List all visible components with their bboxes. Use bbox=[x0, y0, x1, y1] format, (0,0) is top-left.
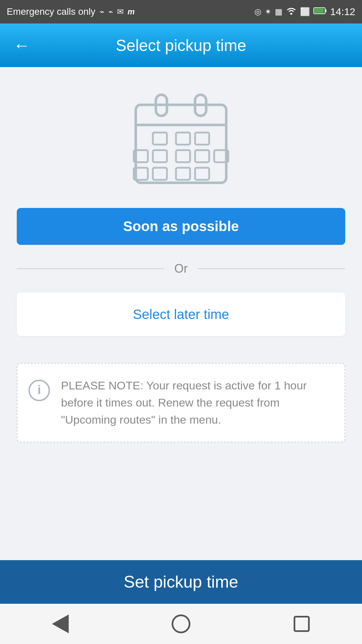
divider: Or bbox=[17, 262, 345, 276]
note-card: i PLEASE NOTE: Your request is active fo… bbox=[17, 363, 345, 442]
location-icon: ◎ bbox=[254, 7, 261, 16]
svg-rect-3 bbox=[314, 8, 324, 13]
nav-back-icon bbox=[52, 614, 69, 633]
battery-icon bbox=[313, 7, 327, 17]
note-text: PLEASE NOTE: Your request is active for … bbox=[61, 377, 331, 428]
usb-icon-1: ⌁ bbox=[100, 7, 104, 16]
app-bar: ← Select pickup time bbox=[0, 23, 362, 67]
status-bar: Emergency calls only ⌁ ⌁ ✉ m ◎ ✴ ▦ ⬜ 14:… bbox=[0, 0, 362, 23]
svg-rect-2 bbox=[325, 9, 326, 12]
svg-rect-12 bbox=[176, 150, 190, 162]
divider-line-left bbox=[17, 268, 164, 269]
status-bar-left: Emergency calls only ⌁ ⌁ ✉ m bbox=[7, 6, 135, 17]
vibrate-icon: ▦ bbox=[275, 7, 283, 16]
svg-rect-13 bbox=[195, 150, 209, 162]
svg-point-0 bbox=[290, 13, 292, 15]
svg-rect-16 bbox=[153, 168, 167, 180]
bluetooth-icon: ✴ bbox=[265, 7, 272, 16]
set-pickup-time-button[interactable]: Set pickup time bbox=[0, 560, 362, 604]
info-icon: i bbox=[27, 379, 51, 402]
status-time: 14:12 bbox=[330, 6, 355, 17]
wifi-icon bbox=[286, 6, 297, 17]
nav-recent-button[interactable] bbox=[285, 610, 318, 637]
set-pickup-time-label: Set pickup time bbox=[124, 572, 238, 592]
battery-saver-icon: ⬜ bbox=[300, 7, 310, 16]
soon-as-possible-button[interactable]: Soon as possible bbox=[17, 208, 345, 245]
nav-home-button[interactable] bbox=[164, 610, 198, 637]
svg-rect-11 bbox=[153, 150, 167, 162]
android-nav-bar bbox=[0, 604, 362, 644]
status-bar-text: Emergency calls only bbox=[7, 6, 96, 17]
calendar-icon bbox=[124, 87, 238, 188]
mail-icon: ✉ bbox=[117, 7, 124, 16]
svg-text:i: i bbox=[38, 383, 41, 397]
page-title: Select pickup time bbox=[40, 36, 322, 55]
nav-home-icon bbox=[172, 614, 190, 633]
status-bar-right-icons: ◎ ✴ ▦ ⬜ 14:12 bbox=[254, 6, 355, 17]
usb-icon-2: ⌁ bbox=[108, 7, 113, 16]
svg-rect-19 bbox=[195, 168, 209, 180]
svg-rect-9 bbox=[195, 132, 209, 145]
svg-rect-17 bbox=[176, 168, 190, 180]
nav-back-button[interactable] bbox=[44, 610, 77, 637]
divider-text: Or bbox=[174, 262, 188, 276]
select-later-time-button[interactable]: Select later time bbox=[17, 292, 345, 336]
nav-recent-icon bbox=[294, 616, 310, 632]
divider-line-right bbox=[198, 268, 345, 269]
m-icon: m bbox=[128, 7, 135, 16]
main-content: Soon as possible Or Select later time i … bbox=[0, 67, 362, 442]
svg-rect-10 bbox=[153, 132, 167, 145]
select-later-time-label: Select later time bbox=[133, 307, 229, 322]
back-button[interactable]: ← bbox=[13, 37, 30, 54]
svg-rect-8 bbox=[176, 132, 190, 145]
